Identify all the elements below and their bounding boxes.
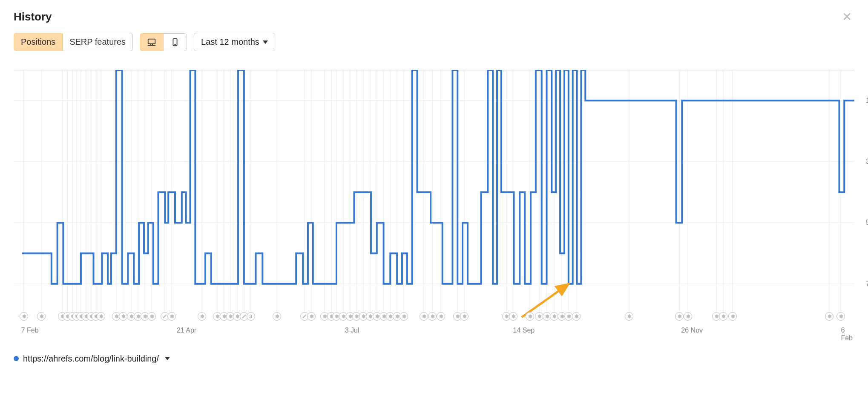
update-marker[interactable] (167, 312, 176, 321)
x-tick-label: 3 Jul (345, 327, 359, 334)
update-marker[interactable] (147, 312, 156, 321)
tab-serp-features[interactable]: SERP features (63, 33, 133, 51)
update-marker[interactable] (420, 312, 428, 321)
close-icon[interactable]: ✕ (839, 10, 854, 24)
x-tick-label: 26 Nov (681, 327, 703, 334)
chart-svg (14, 70, 854, 315)
date-range-label: Last 12 months (201, 37, 259, 47)
svg-point-5 (175, 44, 175, 45)
update-marker[interactable] (20, 312, 28, 321)
update-marker[interactable] (625, 312, 633, 321)
update-marker[interactable] (526, 312, 534, 321)
update-marker[interactable] (675, 312, 684, 321)
x-tick-label: 7 Feb (21, 327, 39, 334)
controls-row: Positions SERP features Last 12 months (14, 33, 854, 51)
legend[interactable]: https://ahrefs.com/blog/link-building/ (14, 354, 854, 364)
desktop-icon[interactable] (140, 33, 164, 51)
update-marker[interactable] (198, 312, 206, 321)
update-marker[interactable] (836, 312, 845, 321)
device-toggle (140, 33, 187, 51)
x-tick-label: 14 Sep (513, 327, 535, 334)
chart: 1357 (14, 70, 854, 315)
update-marker[interactable] (684, 312, 692, 321)
update-marker[interactable] (572, 312, 581, 321)
y-tick-label: 5 (866, 219, 868, 226)
view-toggle: Positions SERP features (14, 33, 133, 51)
y-tick-label: 1 (866, 97, 868, 104)
update-marker[interactable] (307, 312, 316, 321)
chevron-down-icon (165, 357, 170, 360)
update-marker[interactable] (437, 312, 445, 321)
x-axis-labels: 7 Feb21 Apr3 Jul14 Sep26 Nov6 Feb (14, 327, 854, 335)
chevron-down-icon (263, 41, 268, 44)
mobile-icon[interactable] (164, 33, 187, 51)
update-marker[interactable] (460, 312, 468, 321)
update-marker[interactable] (428, 312, 437, 321)
svg-rect-0 (148, 39, 155, 43)
page-title: History (14, 10, 52, 23)
y-tick-label: 3 (866, 158, 868, 165)
update-count-marker[interactable]: 3 (247, 312, 255, 321)
update-marker[interactable] (719, 312, 727, 321)
update-marker[interactable] (728, 312, 737, 321)
update-marker[interactable] (400, 312, 408, 321)
series-color-dot (14, 356, 19, 361)
update-marker[interactable] (273, 312, 281, 321)
update-marker[interactable] (509, 312, 517, 321)
update-marker[interactable] (97, 312, 105, 321)
update-markers-row: 3 (14, 312, 854, 322)
x-tick-label: 21 Apr (177, 327, 196, 334)
x-tick-label: 6 Feb (841, 327, 854, 342)
update-marker[interactable] (37, 312, 46, 321)
y-tick-label: 7 (866, 280, 868, 288)
tab-positions[interactable]: Positions (14, 33, 63, 51)
update-marker[interactable] (119, 312, 127, 321)
legend-url: https://ahrefs.com/blog/link-building/ (23, 354, 159, 364)
date-range-dropdown[interactable]: Last 12 months (194, 33, 275, 51)
update-marker[interactable] (825, 312, 834, 321)
